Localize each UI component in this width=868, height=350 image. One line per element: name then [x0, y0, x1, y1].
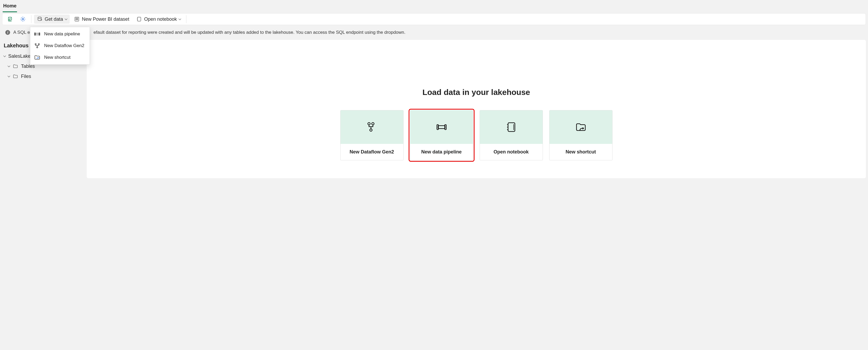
open-notebook-button[interactable]: Open notebook: [133, 14, 183, 24]
svg-point-8: [78, 20, 78, 20]
dataflow-icon: [366, 121, 378, 133]
refresh-icon: [7, 16, 13, 22]
dropdown-item-label: New Dataflow Gen2: [44, 43, 84, 49]
get-data-icon: [37, 16, 42, 22]
notebook-icon: [136, 16, 142, 22]
main-content: Load data in your lakehouse: [87, 40, 866, 178]
chevron-down-icon: [65, 17, 67, 20]
tab-home[interactable]: Home: [3, 2, 17, 12]
dropdown-item-new-data-pipeline[interactable]: New data pipeline: [30, 28, 90, 40]
chevron-down-icon: [179, 17, 181, 20]
svg-point-13: [35, 43, 36, 45]
info-banner: i A SQL e efault dataset for reporting w…: [2, 27, 866, 38]
svg-point-5: [78, 18, 78, 19]
card-new-dataflow-gen2[interactable]: New Dataflow Gen2: [340, 110, 404, 161]
svg-point-17: [372, 123, 374, 125]
card-row: New Dataflow Gen2 New data pipeline: [340, 110, 613, 161]
pipeline-icon: [436, 121, 447, 133]
shortcut-icon: [34, 54, 40, 61]
hero-heading: Load data in your lakehouse: [423, 88, 530, 97]
refresh-button[interactable]: [4, 14, 16, 24]
chevron-down-icon: [8, 75, 10, 77]
svg-rect-9: [137, 17, 141, 21]
dropdown-item-new-dataflow-gen2[interactable]: New Dataflow Gen2: [30, 40, 90, 52]
card-label: Open notebook: [480, 144, 542, 160]
card-open-notebook[interactable]: Open notebook: [479, 110, 543, 161]
dropdown-item-new-shortcut[interactable]: New shortcut: [30, 52, 90, 63]
chevron-down-icon: [3, 55, 6, 57]
open-notebook-label: Open notebook: [144, 17, 177, 22]
dataset-icon: [74, 16, 80, 22]
svg-point-14: [38, 43, 39, 45]
dataflow-icon: [34, 42, 40, 49]
get-data-dropdown: New data pipeline New Dataflow Gen2: [30, 27, 90, 65]
svg-point-15: [37, 47, 38, 48]
svg-point-16: [368, 123, 370, 125]
folder-icon: [12, 74, 18, 79]
svg-rect-20: [437, 125, 438, 129]
tree-item-files[interactable]: Files: [2, 71, 85, 81]
new-dataset-label: New Power BI dataset: [82, 17, 129, 22]
folder-icon: [12, 63, 18, 69]
notebook-icon: [505, 121, 517, 133]
card-new-data-pipeline[interactable]: New data pipeline: [410, 110, 473, 161]
chevron-down-icon: [8, 64, 10, 67]
dropdown-item-label: New shortcut: [44, 55, 70, 60]
pipeline-icon: [34, 31, 40, 37]
svg-rect-10: [35, 33, 39, 35]
card-label: New shortcut: [550, 144, 612, 160]
info-text-right: efault dataset for reporting were create…: [94, 30, 405, 35]
svg-point-1: [38, 17, 41, 19]
svg-rect-19: [438, 126, 445, 129]
info-icon: i: [5, 30, 10, 35]
toolbar-separator: [31, 15, 31, 23]
svg-point-3: [76, 18, 76, 19]
get-data-label: Get data: [45, 17, 63, 22]
dropdown-item-label: New data pipeline: [44, 31, 80, 37]
get-data-button[interactable]: Get data: [34, 14, 70, 24]
card-label: New data pipeline: [410, 144, 473, 160]
info-text-left: A SQL e: [13, 30, 30, 35]
card-label: New Dataflow Gen2: [341, 144, 403, 160]
tree-label: Files: [21, 74, 31, 79]
card-new-shortcut[interactable]: New shortcut: [549, 110, 613, 161]
svg-point-18: [370, 129, 372, 132]
svg-point-0: [22, 18, 24, 20]
settings-button[interactable]: [17, 14, 28, 24]
svg-rect-21: [444, 125, 446, 129]
gear-icon: [20, 16, 26, 22]
shortcut-icon: [575, 121, 587, 133]
svg-point-6: [76, 20, 76, 20]
toolbar: Get data New Power BI dataset: [2, 13, 866, 25]
toolbar-separator: [186, 15, 186, 23]
tab-bar: Home: [0, 0, 868, 12]
svg-point-7: [76, 20, 77, 20]
new-dataset-button[interactable]: New Power BI dataset: [71, 14, 132, 24]
svg-point-4: [76, 18, 77, 19]
